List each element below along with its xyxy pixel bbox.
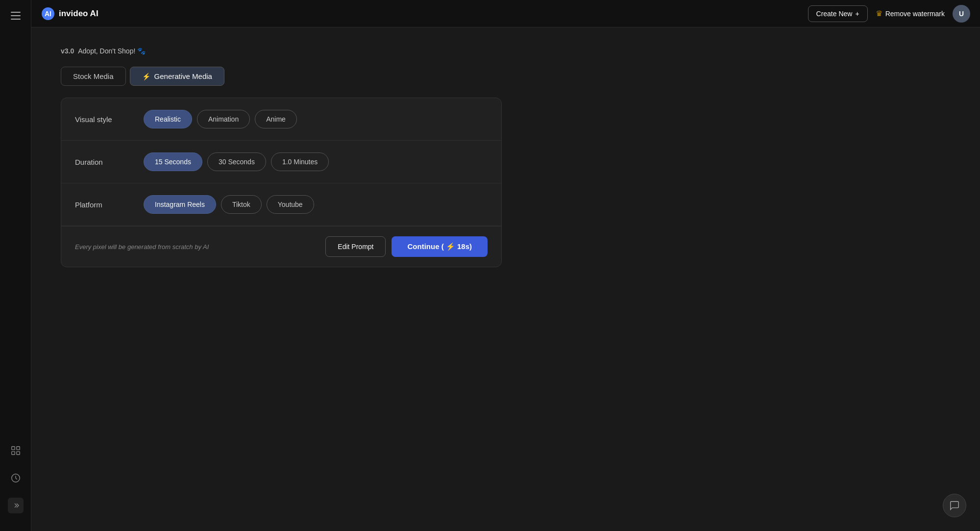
svg-rect-2 — [11, 452, 14, 455]
visual-style-choices: Realistic Animation Anime — [144, 110, 297, 128]
choice-1min[interactable]: 1.0 Minutes — [271, 152, 329, 171]
logo-icon: AI — [41, 7, 55, 21]
edit-prompt-label: Edit Prompt — [338, 243, 373, 251]
lightning-icon: ⚡ — [142, 73, 150, 80]
grid-icon[interactable] — [8, 443, 24, 458]
version-row: v3.0 Adopt, Don't Shop! 🐾 — [61, 47, 951, 55]
tab-stock-media[interactable]: Stock Media — [61, 67, 126, 86]
edit-prompt-button[interactable]: Edit Prompt — [325, 236, 386, 257]
platform-row: Platform Instagram Reels Tiktok Youtube — [61, 183, 501, 226]
create-new-label: Create New — [816, 10, 853, 18]
remove-watermark-label: Remove watermark — [885, 10, 945, 18]
stock-media-label: Stock Media — [73, 72, 114, 80]
choice-animation[interactable]: Animation — [197, 110, 250, 128]
svg-rect-0 — [11, 447, 14, 450]
choice-realistic[interactable]: Realistic — [144, 110, 192, 128]
choice-30s[interactable]: 30 Seconds — [207, 152, 266, 171]
chat-icon — [949, 500, 960, 511]
logo: AI invideo AI — [41, 7, 98, 21]
duration-row: Duration 15 Seconds 30 Seconds 1.0 Minut… — [61, 141, 501, 183]
logo-text: invideo AI — [59, 9, 98, 19]
menu-icon[interactable] — [8, 8, 24, 24]
tab-generative-media[interactable]: ⚡ Generative Media — [130, 67, 224, 86]
version-badge: v3.0 — [61, 47, 74, 55]
svg-rect-1 — [16, 447, 19, 450]
version-title: Adopt, Don't Shop! 🐾 — [78, 47, 146, 55]
content-area: v3.0 Adopt, Don't Shop! 🐾 Stock Media ⚡ … — [31, 27, 980, 531]
action-buttons: Edit Prompt Continue ( ⚡ 18s) — [325, 236, 488, 257]
main-area: AI invideo AI Create New + ♛ Remove wate… — [31, 0, 980, 531]
continue-button[interactable]: Continue ( ⚡ 18s) — [392, 236, 488, 257]
chat-support-button[interactable] — [943, 494, 966, 517]
duration-choices: 15 Seconds 30 Seconds 1.0 Minutes — [144, 152, 329, 171]
sidebar — [0, 0, 31, 531]
topnav: AI invideo AI Create New + ♛ Remove wate… — [31, 0, 980, 27]
options-panel: Visual style Realistic Animation Anime D… — [61, 98, 502, 267]
expand-sidebar-button[interactable] — [8, 498, 24, 513]
choice-tiktok[interactable]: Tiktok — [221, 195, 262, 214]
svg-rect-3 — [16, 452, 19, 455]
visual-style-row: Visual style Realistic Animation Anime — [61, 98, 501, 141]
duration-label: Duration — [75, 158, 144, 166]
create-new-button[interactable]: Create New + — [808, 5, 868, 22]
visual-style-label: Visual style — [75, 115, 144, 124]
choice-instagram[interactable]: Instagram Reels — [144, 195, 216, 214]
avatar[interactable]: U — [953, 5, 970, 23]
svg-text:AI: AI — [45, 10, 51, 18]
action-row: Every pixel will be generated from scrat… — [61, 226, 501, 267]
continue-label: Continue ( ⚡ 18s) — [407, 242, 472, 251]
history-icon[interactable] — [8, 470, 24, 486]
platform-choices: Instagram Reels Tiktok Youtube — [144, 195, 314, 214]
media-tabs: Stock Media ⚡ Generative Media — [61, 67, 951, 86]
remove-watermark-button[interactable]: ♛ Remove watermark — [876, 9, 945, 18]
generative-media-label: Generative Media — [154, 72, 212, 80]
platform-label: Platform — [75, 201, 144, 209]
choice-youtube[interactable]: Youtube — [267, 195, 314, 214]
plus-icon: + — [855, 10, 859, 18]
choice-anime[interactable]: Anime — [255, 110, 297, 128]
topnav-right: Create New + ♛ Remove watermark U — [808, 5, 970, 23]
choice-15s[interactable]: 15 Seconds — [144, 152, 202, 171]
action-hint: Every pixel will be generated from scrat… — [75, 243, 209, 251]
crown-icon: ♛ — [876, 9, 882, 18]
